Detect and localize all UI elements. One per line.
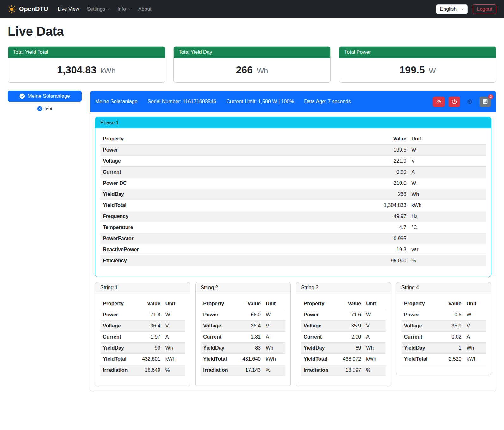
summary-card-total-power: Total Power 199.5 W bbox=[339, 46, 496, 83]
table-header-row: Property Value Unit bbox=[100, 134, 486, 145]
nav-item-about[interactable]: About bbox=[135, 4, 155, 15]
nav-right: English Logout bbox=[436, 4, 496, 14]
summary-card-title: Total Yield Day bbox=[174, 47, 331, 58]
value-cell: 95.000 bbox=[347, 255, 409, 266]
col-header-unit: Unit bbox=[464, 298, 486, 309]
string-card-body: Property Value Unit Power bbox=[296, 293, 391, 386]
cpu-icon bbox=[467, 99, 473, 105]
limit-settings-button[interactable] bbox=[433, 97, 445, 107]
sun-icon bbox=[8, 5, 16, 13]
navbar: OpenDTU Live View Settings Info About En… bbox=[0, 0, 504, 18]
summary-card-title: Total Yield Total bbox=[8, 47, 165, 58]
unit-cell: V bbox=[163, 321, 185, 332]
property-cell: Current bbox=[100, 167, 347, 178]
nav-item-live-view[interactable]: Live View bbox=[54, 4, 82, 15]
string-table-body: Power 66.0 W Voltage 36.4 V bbox=[201, 309, 285, 376]
value-cell: 18.649 bbox=[139, 365, 163, 376]
property-cell: Irradiation bbox=[100, 365, 139, 376]
value-cell: 35.9 bbox=[440, 321, 464, 332]
property-cell: YieldDay bbox=[401, 343, 440, 354]
property-cell: YieldDay bbox=[301, 343, 340, 354]
inverter-card-header: Meine Solaranlage Serial Number: 1161716… bbox=[90, 91, 496, 112]
inverter-data-age: Data Age: 7 seconds bbox=[304, 99, 351, 104]
unit-cell: Wh bbox=[364, 343, 386, 354]
property-cell: Current bbox=[301, 332, 340, 343]
phase-panel-title: Phase 1 bbox=[95, 117, 491, 128]
string-card-title: String 4 bbox=[396, 282, 491, 293]
unit-cell: W bbox=[364, 309, 386, 321]
unit-cell: % bbox=[263, 365, 285, 376]
chevron-down-icon bbox=[107, 9, 110, 10]
sidebar-item-meine-solaranlage[interactable]: Meine Solaranlage bbox=[8, 91, 82, 102]
summary-card-title: Total Power bbox=[339, 47, 496, 58]
unit-cell: kWh bbox=[163, 354, 185, 365]
unit-cell: A bbox=[163, 332, 185, 343]
unit-cell: var bbox=[409, 244, 486, 255]
property-cell: YieldDay bbox=[201, 343, 240, 354]
table-row: Voltage 36.4 V bbox=[100, 321, 185, 332]
table-row: Irradiation 18.649 % bbox=[100, 365, 185, 376]
string-card-2: String 2 Property Value Unit bbox=[195, 282, 290, 386]
unit-cell: °C bbox=[409, 222, 486, 233]
property-cell: Voltage bbox=[401, 321, 440, 332]
device-info-button[interactable] bbox=[464, 97, 476, 107]
property-cell: Power bbox=[401, 309, 440, 321]
unit-cell: Wh bbox=[464, 343, 486, 354]
property-cell: Voltage bbox=[201, 321, 240, 332]
table-row: YieldDay 93 Wh bbox=[100, 343, 185, 354]
logout-button[interactable]: Logout bbox=[473, 4, 496, 14]
string-card-body: Property Value Unit Power bbox=[396, 293, 491, 375]
col-header-value: Value bbox=[139, 298, 163, 309]
col-header-unit: Unit bbox=[409, 134, 486, 145]
main-layout: Meine Solaranlage test Meine Solaranlage… bbox=[8, 91, 496, 391]
summary-card-total-yield-total: Total Yield Total 1,304.83 kWh bbox=[8, 46, 165, 83]
power-button[interactable] bbox=[448, 97, 460, 107]
language-select[interactable]: English bbox=[436, 4, 468, 14]
table-row: Frequency 49.97 Hz bbox=[100, 211, 486, 222]
table-row: YieldDay 83 Wh bbox=[201, 343, 285, 354]
unit-cell: W bbox=[464, 309, 486, 321]
table-row: Voltage 36.4 V bbox=[201, 321, 285, 332]
property-cell: YieldTotal bbox=[100, 354, 139, 365]
property-cell: Current bbox=[100, 332, 139, 343]
nav-item-label: About bbox=[138, 6, 152, 12]
value-cell: 4.7 bbox=[347, 222, 409, 233]
table-row: Irradiation 17.143 % bbox=[201, 365, 285, 376]
summary-card-value: 199.5 bbox=[400, 64, 425, 76]
unit-cell: V bbox=[263, 321, 285, 332]
string-card-title: String 1 bbox=[95, 282, 190, 293]
unit-cell: W bbox=[263, 309, 285, 321]
value-cell: 36.4 bbox=[139, 321, 163, 332]
summary-card-body: 266 Wh bbox=[174, 58, 331, 82]
table-row: Efficiency 95.000 % bbox=[100, 255, 486, 266]
property-cell: Current bbox=[201, 332, 240, 343]
string-table: Property Value Unit Power bbox=[301, 298, 386, 376]
table-header-row: Property Value Unit bbox=[201, 298, 285, 309]
string-card-title: String 3 bbox=[296, 282, 391, 293]
value-cell: 17.143 bbox=[240, 365, 263, 376]
unit-cell: W bbox=[409, 145, 486, 156]
value-cell: 266 bbox=[347, 189, 409, 200]
summary-card-body: 199.5 W bbox=[339, 58, 496, 82]
sidebar-item-label: Meine Solaranlage bbox=[28, 93, 70, 99]
event-log-button[interactable]: 2 bbox=[479, 97, 491, 107]
property-cell: Voltage bbox=[100, 156, 347, 167]
power-icon bbox=[451, 99, 457, 104]
page-title: Live Data bbox=[8, 24, 496, 39]
string-table-body: Power 71.8 W Voltage 36.4 V bbox=[100, 309, 185, 376]
sidebar-item-test[interactable]: test bbox=[8, 106, 82, 111]
table-row: YieldTotal 431.640 kWh bbox=[201, 354, 285, 365]
summary-card-unit: kWh bbox=[100, 66, 115, 75]
table-row: Power 71.6 W bbox=[301, 309, 386, 321]
value-cell: 199.5 bbox=[347, 145, 409, 156]
unit-cell: V bbox=[409, 156, 486, 167]
nav-item-settings[interactable]: Settings bbox=[84, 4, 113, 15]
summary-card-value: 266 bbox=[236, 64, 253, 76]
brand[interactable]: OpenDTU bbox=[8, 5, 48, 13]
table-row: Current 1.97 A bbox=[100, 332, 185, 343]
journal-icon bbox=[482, 99, 488, 104]
value-cell: 210.0 bbox=[347, 178, 409, 189]
value-cell: 0.02 bbox=[440, 332, 464, 343]
col-header-unit: Unit bbox=[163, 298, 185, 309]
nav-item-info[interactable]: Info bbox=[114, 4, 134, 15]
